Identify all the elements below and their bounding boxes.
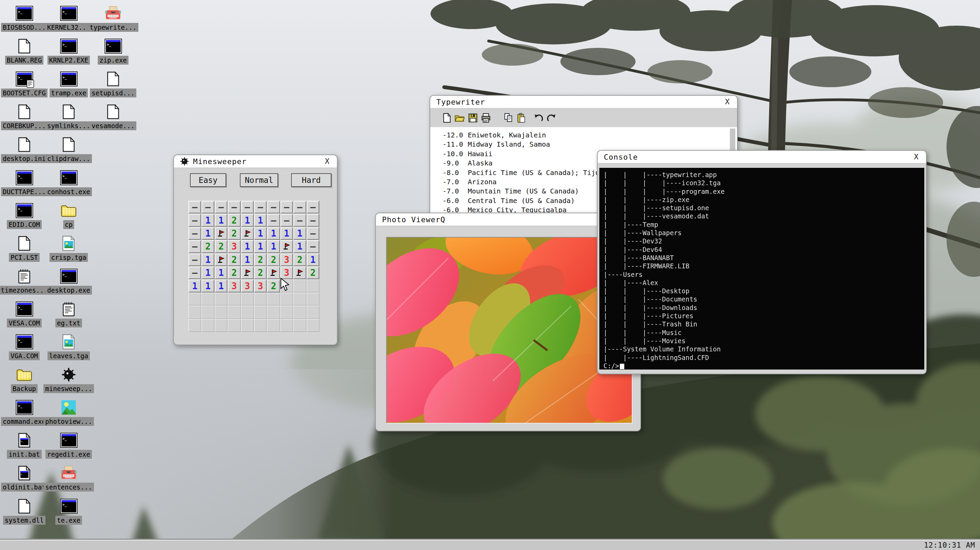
mine-cell-r2c4[interactable]: 2 [228,214,240,226]
mine-cell-r1c3[interactable]: – [215,201,228,214]
mine-cell-r2c1[interactable]: – [188,214,201,226]
desktop-icon-typewrite-[interactable]: typewrite... [91,6,136,32]
mine-cell-r6c1[interactable]: – [188,266,201,279]
mine-cell-r2c10[interactable]: – [307,214,320,226]
desktop-icon-conhost-exe[interactable]: conhost.exe [46,171,91,196]
desktop-icon-vga-com[interactable]: VGA.COM [2,335,47,360]
console-titlebar[interactable]: Console X [598,151,926,164]
mine-cell-r7c7[interactable]: 2 [267,279,280,292]
mine-cell-r4c8[interactable] [280,240,293,253]
mine-cell-r9c8[interactable] [280,306,293,319]
mine-cell-r10c6[interactable] [254,319,267,332]
mine-cell-r8c3[interactable] [215,293,228,306]
mine-cell-r9c1[interactable] [188,306,201,319]
mine-cell-r9c4[interactable] [228,306,240,319]
mine-cell-r2c9[interactable]: – [293,214,306,226]
desktop-icon-oldinit-bat[interactable]: >_oldinit.bat [2,466,47,491]
mine-cell-r3c7[interactable]: 1 [267,227,280,240]
mine-cell-r5c9[interactable]: 2 [293,253,306,266]
desktop-icon-symlinks-[interactable]: symlinks... [46,105,91,130]
mine-cell-r8c1[interactable] [188,293,201,306]
mine-cell-r9c2[interactable] [201,306,214,319]
desktop-icon-vesamode-[interactable]: vesamode... [91,105,136,130]
taskbar[interactable]: 12:10:31 AM [0,540,980,550]
hard-button[interactable]: Hard [291,173,331,187]
mine-cell-r4c6[interactable]: 1 [254,240,267,253]
desktop-icon-bootset-cfg[interactable]: BOOTSET.CFG [2,72,47,97]
mine-cell-r6c3[interactable]: 1 [215,266,228,279]
mine-cell-r10c2[interactable] [201,319,214,332]
copy-icon[interactable] [502,111,515,125]
mine-cell-r5c10[interactable]: 1 [307,253,320,266]
desktop-icon-kernel32-[interactable]: KERNEL32... [46,6,91,32]
mine-cell-r8c5[interactable] [241,293,254,306]
desktop-icon-pci-lst[interactable]: PCI.LST [2,236,47,262]
print-icon[interactable] [479,111,492,125]
mine-cell-r10c9[interactable] [293,319,306,332]
mine-cell-r8c9[interactable] [293,293,306,306]
mine-cell-r6c9[interactable] [293,266,306,279]
easy-button[interactable]: Easy [190,173,226,187]
mine-cell-r2c2[interactable]: 1 [201,214,214,226]
normal-button[interactable]: Normal [240,173,278,187]
console-output[interactable]: | | |----typewriter.app | | | |----icon3… [599,168,924,370]
desktop-icon-vesa-com[interactable]: VESA.COM [2,302,47,327]
mine-cell-r3c6[interactable]: 1 [254,227,267,240]
mine-cell-r4c5[interactable]: 1 [241,240,254,253]
minesweeper-titlebar[interactable]: Minesweeper X [174,155,337,168]
mine-cell-r9c3[interactable] [215,306,228,319]
close-icon[interactable]: X [724,97,731,106]
mine-cell-r3c1[interactable]: – [188,227,201,240]
mine-cell-r1c5[interactable]: – [241,201,254,214]
mine-cell-r5c8[interactable]: 3 [280,253,293,266]
mine-cell-r10c1[interactable] [188,319,201,332]
desktop-icon-krnlp2-exe[interactable]: KRNLP2.EXE [46,39,91,65]
desktop-icon-clipdraw-[interactable]: clipdraw... [46,137,91,163]
desktop-icon-tramp-exe[interactable]: tramp.exe [46,72,91,97]
desktop-icon-corebkup-[interactable]: COREBKUP... [2,105,47,130]
mine-cell-r2c6[interactable]: 1 [254,214,267,226]
desktop-icon-cp[interactable]: cp [46,203,91,229]
mine-cell-r7c2[interactable]: 1 [201,279,214,292]
desktop-icon-leaves-tga[interactable]: leaves.tga [46,335,91,360]
desktop-icon-edid-com[interactable]: EDID.COM [2,203,47,229]
mine-cell-r8c2[interactable] [201,293,214,306]
mine-cell-r8c4[interactable] [228,293,240,306]
mine-cell-r6c6[interactable]: 2 [254,266,267,279]
desktop-icon-ducttape-[interactable]: DUCTTAPE... [2,171,47,196]
mine-cell-r1c2[interactable]: – [201,201,214,214]
mine-cell-r6c10[interactable]: 2 [307,266,320,279]
mine-cell-r5c7[interactable]: 2 [267,253,280,266]
mine-cell-r3c10[interactable]: – [307,227,320,240]
mine-cell-r3c4[interactable]: 2 [228,227,240,240]
mine-cell-r8c8[interactable] [280,293,293,306]
desktop-icon-minesweep-[interactable]: minesweep... [46,367,91,393]
mine-cell-r2c8[interactable]: – [280,214,293,226]
mine-cell-r6c4[interactable]: 2 [228,266,240,279]
desktop-icon-setupisd-[interactable]: setupisd... [91,72,136,97]
mine-cell-r3c9[interactable]: 1 [293,227,306,240]
mine-cell-r10c7[interactable] [267,319,280,332]
desktop-icon-system-dll[interactable]: system.dll [2,499,47,525]
mine-cell-r5c3[interactable] [215,253,228,266]
mine-cell-r7c3[interactable]: 1 [215,279,228,292]
typewriter-titlebar[interactable]: Typewriter X [430,96,737,109]
mine-cell-r1c8[interactable]: – [280,201,293,214]
desktop-icon-eg-txt[interactable]: eg.txt [46,302,91,327]
mine-cell-r10c10[interactable] [307,319,320,332]
mine-cell-r1c1[interactable]: – [188,201,201,214]
mine-cell-r7c6[interactable]: 3 [254,279,267,292]
paste-icon[interactable] [515,111,528,125]
mine-cell-r1c10[interactable]: – [307,201,320,214]
desktop-icon-desktop-ini[interactable]: desktop.ini [2,137,47,163]
mine-cell-r3c5[interactable] [241,227,254,240]
mine-cell-r10c4[interactable] [228,319,240,332]
mine-cell-r1c9[interactable]: – [293,201,306,214]
mine-cell-r6c7[interactable] [267,266,280,279]
desktop-icon-te-exe[interactable]: te.exe [46,499,91,525]
mine-cell-r7c5[interactable]: 3 [241,279,254,292]
desktop-icon-timezones-[interactable]: timezones... [2,269,47,295]
mine-cell-r8c7[interactable] [267,293,280,306]
mine-cell-r2c3[interactable]: 1 [215,214,228,226]
mine-cell-r3c8[interactable]: 1 [280,227,293,240]
